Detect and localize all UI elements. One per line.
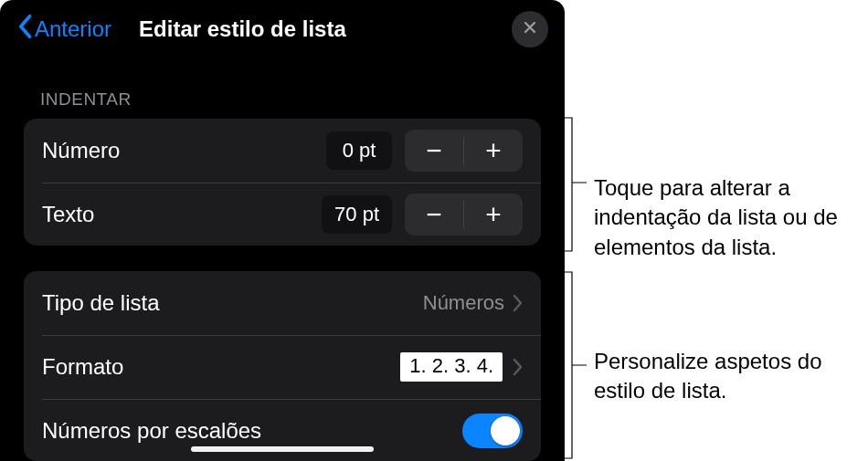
- callout-indent: Toque para alterar a indentação da lista…: [594, 173, 868, 262]
- indent-text-label: Texto: [42, 202, 322, 227]
- format-label: Formato: [42, 354, 400, 380]
- tiered-numbers-toggle[interactable]: [462, 414, 523, 448]
- settings-panel: Anterior Editar estilo de lista Indentar…: [0, 0, 565, 461]
- chevron-right-icon: [512, 294, 523, 312]
- indent-number-stepper: − +: [405, 130, 523, 172]
- indent-text-stepper: − +: [405, 194, 523, 236]
- chevron-right-icon: [512, 358, 523, 376]
- indent-number-increment[interactable]: +: [464, 130, 523, 172]
- indent-text-increment[interactable]: +: [464, 194, 523, 236]
- indent-number-decrement[interactable]: −: [405, 130, 463, 172]
- close-icon: [523, 20, 537, 38]
- chevron-left-icon: [16, 14, 33, 45]
- indent-number-row: Número 0 pt − +: [24, 119, 541, 183]
- list-type-value: Números: [423, 291, 504, 315]
- section-label-indent: Indentar: [0, 58, 565, 119]
- indent-group: Número 0 pt − + Texto 70 pt − +: [24, 119, 541, 246]
- panel-header: Anterior Editar estilo de lista: [0, 0, 565, 58]
- home-indicator: [191, 446, 374, 452]
- indent-number-value: 0 pt: [326, 131, 392, 170]
- back-button[interactable]: Anterior: [16, 14, 111, 45]
- list-type-label: Tipo de lista: [42, 290, 423, 316]
- annotations-area: Toque para alterar a indentação da lista…: [565, 0, 868, 461]
- list-type-row[interactable]: Tipo de lista Números: [24, 271, 541, 335]
- format-row[interactable]: Formato 1. 2. 3. 4.: [24, 335, 541, 399]
- indent-text-decrement[interactable]: −: [405, 194, 463, 236]
- callout-style: Personalize aspetos do estilo de lista.: [594, 347, 868, 406]
- tiered-numbers-label: Números por escalões: [42, 418, 462, 444]
- indent-text-row: Texto 70 pt − +: [24, 183, 541, 246]
- panel-title: Editar estilo de lista: [139, 16, 512, 42]
- back-label: Anterior: [35, 16, 111, 42]
- style-group: Tipo de lista Números Formato 1. 2. 3. 4…: [24, 271, 541, 461]
- format-preview: 1. 2. 3. 4.: [400, 352, 503, 382]
- toggle-knob: [491, 416, 520, 445]
- indent-number-label: Número: [42, 138, 326, 163]
- close-button[interactable]: [512, 11, 548, 47]
- indent-text-value: 70 pt: [322, 195, 392, 234]
